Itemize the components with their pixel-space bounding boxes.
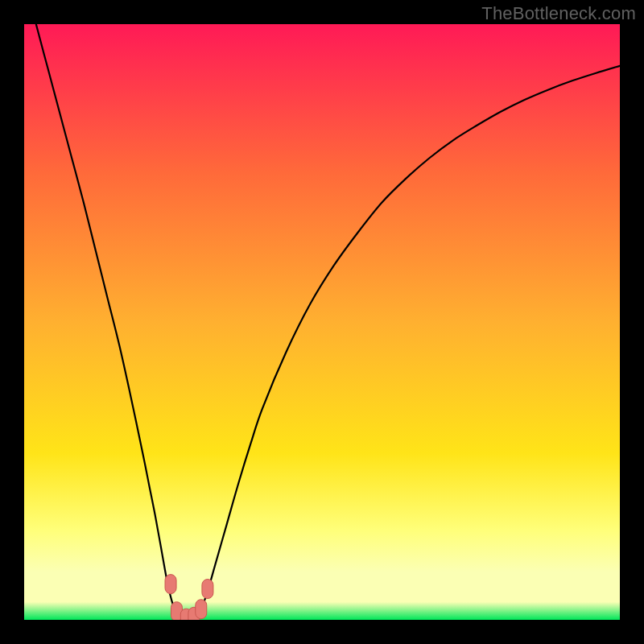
plot-area [24, 24, 620, 620]
bottleneck-chart [24, 24, 620, 620]
curve-marker [196, 600, 207, 619]
outer-frame: TheBottleneck.com [0, 0, 644, 644]
curve-marker [165, 575, 176, 594]
curve-marker [202, 580, 213, 599]
attribution-text: TheBottleneck.com [481, 3, 636, 24]
